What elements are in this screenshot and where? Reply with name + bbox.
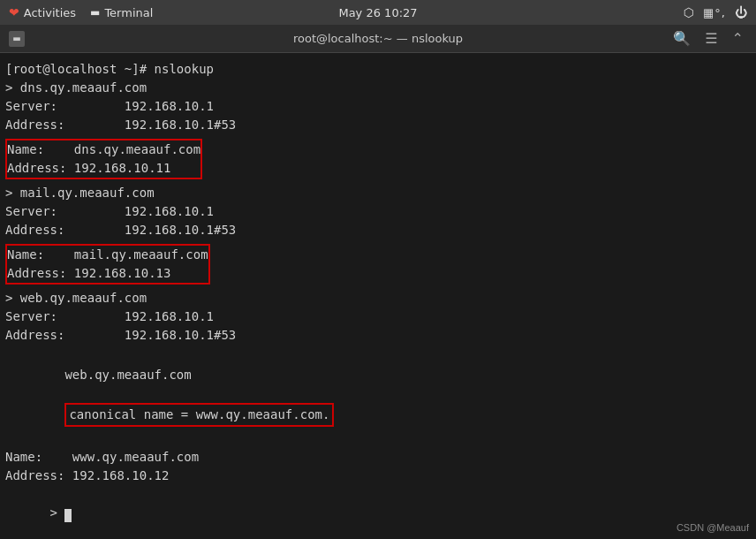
result3-addr-line: Address: 192.168.10.12 <box>5 467 751 485</box>
minimize-button[interactable]: ⌃ <box>729 28 747 49</box>
system-bar: ❤ Activities ▬ Terminal May 26 10:27 ⬡ ▦… <box>0 0 756 25</box>
result3-name-line: Name: www.qy.meaauf.com <box>5 448 751 467</box>
terminal-window-icon: ▬ <box>9 31 25 47</box>
end-prompt-line: > <box>5 485 751 539</box>
terminal-window: ▬ root@localhost:~ — nslookup 🔍 ☰ ⌃ [roo… <box>0 25 756 539</box>
result1-box: Name: dns.qy.meaauf.com Address: 192.168… <box>5 137 751 181</box>
result2-box: Name: mail.qy.meaauf.com Address: 192.16… <box>5 242 751 286</box>
address1-line: Address: 192.168.10.1#53 <box>5 116 751 134</box>
terminal-taskbar-label: Terminal <box>104 6 153 19</box>
watermark: CSDN @Meaauf <box>677 520 749 535</box>
query1-line: > dns.qy.meaauf.com <box>5 79 751 97</box>
web-cname-line-area: web.qy.meaauf.com canonical name = www.q… <box>5 347 751 445</box>
power-icon[interactable]: ⏻ <box>735 5 747 19</box>
terminal-taskbar-icon: ▬ <box>90 6 100 19</box>
terminal-title: root@localhost:~ — nslookup <box>293 32 463 45</box>
search-button[interactable]: 🔍 <box>669 28 694 49</box>
system-bar-right: ⬡ ▦°, ⏻ <box>684 5 747 19</box>
battery-icon: ▦°, <box>703 6 726 19</box>
address3-line: Address: 192.168.10.1#53 <box>5 326 751 345</box>
query3-line: > web.qy.meaauf.com <box>5 289 751 307</box>
result1-name-line: Name: dns.qy.meaauf.com <box>7 140 200 159</box>
activities-button[interactable]: ❤ Activities <box>9 5 76 19</box>
terminal-content[interactable]: [root@localhost ~]# nslookup > dns.qy.me… <box>0 53 756 539</box>
result1-addr-line: Address: 192.168.10.11 <box>7 159 200 178</box>
web-domain-text: web.qy.meaauf.com <box>64 368 191 382</box>
server2-line: Server: 192.168.10.1 <box>5 202 751 221</box>
activities-icon: ❤ <box>9 5 19 19</box>
battery-area: ▦°, <box>703 6 726 19</box>
system-datetime: May 26 10:27 <box>338 6 417 19</box>
network-icon[interactable]: ⬡ <box>684 5 694 19</box>
query2-line: > mail.qy.meaauf.com <box>5 184 751 202</box>
titlebar-left: ▬ <box>9 31 25 47</box>
result2-addr-line: Address: 192.168.10.13 <box>7 264 208 283</box>
address2-line: Address: 192.168.10.1#53 <box>5 221 751 239</box>
end-prompt-text: > <box>50 505 65 520</box>
prompt-line: [root@localhost ~]# nslookup <box>5 60 751 79</box>
result2-name-line: Name: mail.qy.meaauf.com <box>7 246 208 264</box>
result2-highlight: Name: mail.qy.meaauf.com Address: 192.16… <box>5 244 210 285</box>
titlebar-controls: 🔍 ☰ ⌃ <box>669 28 747 49</box>
server3-line: Server: 192.168.10.1 <box>5 307 751 326</box>
cursor <box>64 509 72 522</box>
canonical-highlight: canonical name = www.qy.meaauf.com. <box>64 403 334 427</box>
server1-line: Server: 192.168.10.1 <box>5 97 751 116</box>
result1-highlight: Name: dns.qy.meaauf.com Address: 192.168… <box>5 139 202 179</box>
web-cname-line: web.qy.meaauf.com canonical name = www.q… <box>5 347 751 445</box>
activities-label: Activities <box>24 6 76 19</box>
terminal-taskbar-button[interactable]: ▬ Terminal <box>90 6 153 19</box>
system-bar-left: ❤ Activities ▬ Terminal <box>9 5 153 19</box>
terminal-titlebar: ▬ root@localhost:~ — nslookup 🔍 ☰ ⌃ <box>0 25 756 53</box>
menu-button[interactable]: ☰ <box>701 28 721 49</box>
